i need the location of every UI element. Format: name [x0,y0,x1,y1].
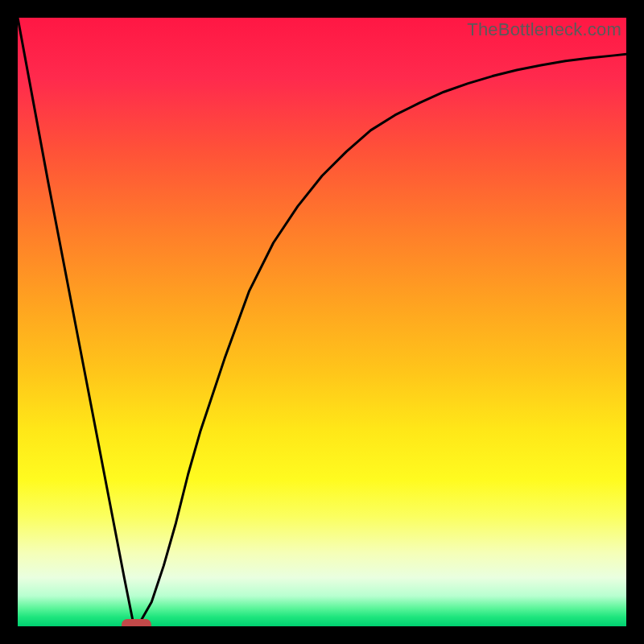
plot-area: TheBottleneck.com [18,18,626,626]
bottleneck-curve [18,18,626,623]
chart-frame: TheBottleneck.com [0,0,644,644]
optimal-point-marker [122,619,152,626]
curve-layer [18,18,626,626]
